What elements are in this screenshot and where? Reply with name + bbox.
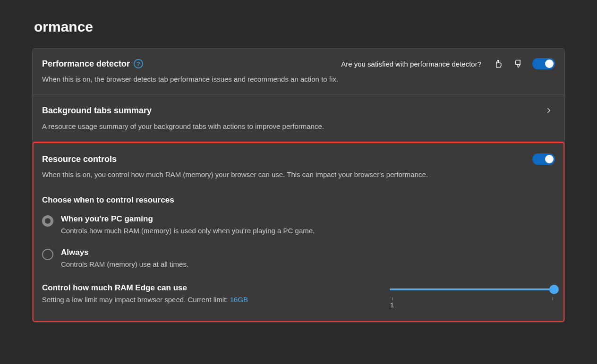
resource-controls-toggle[interactable]: [532, 153, 555, 165]
performance-panel: Performance detector ? Are you satisfied…: [32, 48, 565, 322]
background-tabs-desc: A resource usage summary of your backgro…: [42, 121, 555, 131]
choose-when-heading: Choose when to control resources: [42, 195, 555, 205]
chevron-right-icon[interactable]: [543, 104, 555, 117]
resource-controls-title: Resource controls: [42, 154, 117, 164]
radio-option-always[interactable]: Always Controls RAM (memory) use at all …: [42, 248, 555, 268]
performance-detector-desc: When this is on, the browser detects tab…: [42, 74, 555, 84]
thumbs-up-icon[interactable]: [493, 58, 504, 69]
ram-limit-desc: Setting a low limit may impact browser s…: [42, 296, 371, 304]
background-tabs-title: Background tabs summary: [42, 106, 152, 116]
resource-controls-desc: When this is on, you control how much RA…: [42, 169, 555, 179]
background-tabs-section[interactable]: Background tabs summary A resource usage…: [33, 95, 564, 142]
slider-min-label: 1: [390, 301, 394, 309]
radio-option-pc-gaming[interactable]: When you're PC gaming Controls how much …: [42, 214, 555, 235]
ram-limit-title: Control how much RAM Edge can use: [42, 283, 371, 293]
help-icon[interactable]: ?: [134, 59, 143, 68]
radio-pc-gaming[interactable]: [42, 215, 53, 227]
performance-detector-title: Performance detector ?: [42, 59, 143, 69]
feedback-prompt: Are you satisfied with performance detec…: [341, 60, 481, 68]
performance-detector-title-text: Performance detector: [42, 59, 130, 69]
page-title: ormance: [32, 19, 565, 35]
slider-knob[interactable]: [549, 285, 559, 294]
ram-limit-slider[interactable]: 1: [390, 283, 555, 309]
ram-limit-value: 16GB: [230, 296, 248, 304]
performance-detector-toggle[interactable]: [532, 58, 555, 69]
radio-pc-gaming-desc: Controls how much RAM (memory) is used o…: [61, 227, 315, 235]
radio-always[interactable]: [42, 249, 53, 260]
ram-limit-row: Control how much RAM Edge can use Settin…: [42, 283, 555, 309]
performance-detector-section: Performance detector ? Are you satisfied…: [33, 49, 564, 95]
thumbs-down-icon[interactable]: [512, 58, 524, 69]
resource-controls-section: Resource controls When this is on, you c…: [33, 142, 564, 322]
radio-always-desc: Controls RAM (memory) use at all times.: [61, 260, 188, 268]
radio-always-label: Always: [61, 248, 188, 257]
radio-pc-gaming-label: When you're PC gaming: [61, 214, 315, 224]
